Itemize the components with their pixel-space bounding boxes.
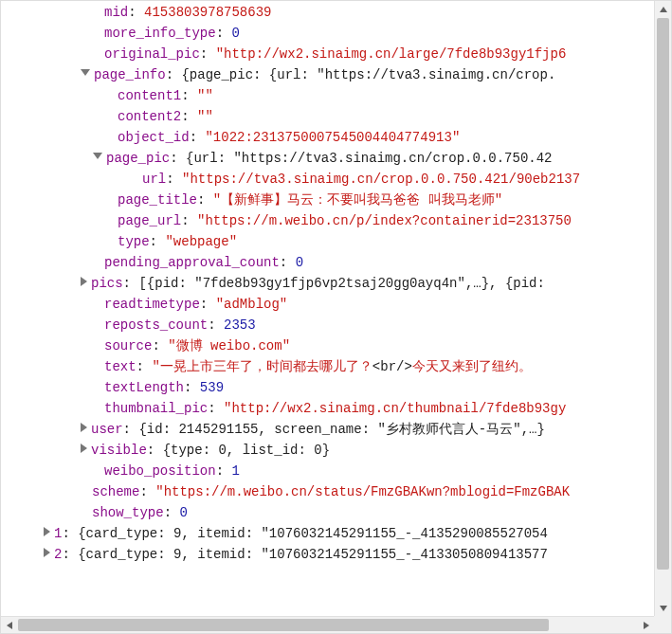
prop-value-post: 今天又来到了纽约。 bbox=[412, 359, 532, 374]
prop-page-title[interactable]: page_title: "【新鲜事】马云：不要叫我马爸爸 叫我马老师" bbox=[1, 190, 654, 210]
scroll-right-button[interactable] bbox=[638, 617, 654, 633]
prop-summary: {type: 0, list_id: 0} bbox=[163, 443, 330, 458]
prop-object-id[interactable]: object_id: "1022:23137500075450044047749… bbox=[1, 127, 654, 148]
prop-weibo-position[interactable]: weibo_position: 1 bbox=[1, 461, 654, 481]
prop-value: "1022:2313750007545004404774913" bbox=[205, 130, 460, 145]
key-label: page_title bbox=[118, 192, 197, 208]
chevron-right-icon[interactable] bbox=[81, 423, 87, 432]
scroll-left-button[interactable] bbox=[1, 617, 17, 633]
json-tree[interactable]: mid: 4153803978758639 more_info_type: 0 … bbox=[1, 1, 654, 616]
key-label: mid bbox=[104, 5, 128, 20]
horizontal-scroll-thumb[interactable] bbox=[18, 619, 549, 631]
key-label: thumbnail_pic bbox=[104, 401, 208, 416]
html-tag: <br/> bbox=[372, 359, 412, 374]
prop-value: "adMblog" bbox=[216, 297, 288, 312]
prop-summary: {id: 2145291155, screen_name: "乡村教师代言人-马… bbox=[138, 422, 544, 437]
key-label: show_type bbox=[92, 505, 164, 520]
prop-summary: {url: "https://tva3.sinaimg.cn/crop.0.0.… bbox=[186, 151, 552, 166]
devtools-panel: mid: 4153803978758639 more_info_type: 0 … bbox=[0, 0, 672, 634]
key-label: source bbox=[104, 338, 152, 353]
prop-page-url[interactable]: page_url: "https://m.weibo.cn/p/index?co… bbox=[1, 210, 654, 231]
key-label: pending_approval_count bbox=[104, 255, 280, 270]
prop-mid[interactable]: mid: 4153803978758639 bbox=[1, 2, 654, 23]
prop-pics[interactable]: pics: [{pid: "7fde8b93gy1fjp6vp2tsaj20gg… bbox=[1, 273, 654, 294]
prop-original-pic[interactable]: original_pic: "http://wx2.sinaimg.cn/lar… bbox=[1, 44, 654, 64]
vertical-scrollbar[interactable] bbox=[654, 1, 671, 616]
key-label: content1 bbox=[118, 88, 181, 103]
chevron-right-icon[interactable] bbox=[44, 527, 50, 536]
prop-value: "微博 weibo.com" bbox=[168, 338, 290, 353]
key-label: scheme bbox=[92, 484, 139, 499]
prop-value: "webpage" bbox=[165, 234, 237, 249]
chevron-down-icon[interactable] bbox=[81, 69, 90, 76]
prop-readtimetype[interactable]: readtimetype: "adMblog" bbox=[1, 294, 654, 315]
prop-show-type[interactable]: show_type: 0 bbox=[1, 502, 654, 523]
prop-summary: {page_pic: {url: "https://tva3.sinaimg.c… bbox=[181, 67, 555, 82]
prop-visible[interactable]: visible: {type: 0, list_id: 0} bbox=[1, 440, 654, 461]
key-label: visible bbox=[91, 443, 147, 458]
prop-source[interactable]: source: "微博 weibo.com" bbox=[1, 335, 654, 356]
key-label: text bbox=[104, 359, 136, 374]
prop-url[interactable]: url: "https://tva3.sinaimg.cn/crop.0.0.7… bbox=[1, 169, 654, 190]
prop-value: "https://tva3.sinaimg.cn/crop.0.0.750.42… bbox=[182, 172, 580, 187]
prop-text-length[interactable]: textLength: 539 bbox=[1, 377, 654, 398]
prop-thumbnail-pic[interactable]: thumbnail_pic: "http://wx2.sinaimg.cn/th… bbox=[1, 398, 654, 419]
prop-value: 539 bbox=[200, 380, 224, 395]
prop-value: "http://wx2.sinaimg.cn/large/7fde8b93gy1… bbox=[216, 46, 567, 62]
chevron-down-icon[interactable] bbox=[93, 153, 102, 159]
key-label: type bbox=[118, 234, 150, 249]
chevron-right-icon[interactable] bbox=[81, 277, 87, 286]
scroll-up-button[interactable] bbox=[655, 1, 671, 17]
prop-value: "" bbox=[197, 109, 213, 124]
scrollbar-corner bbox=[654, 616, 671, 633]
prop-value: "http://wx2.sinaimg.cn/thumbnail/7fde8b9… bbox=[224, 401, 566, 416]
key-label: page_pic bbox=[106, 151, 170, 166]
key-label: page_url bbox=[118, 213, 181, 228]
key-label: pics bbox=[91, 276, 123, 291]
prop-scheme[interactable]: scheme: "https://m.weibo.cn/status/FmzGB… bbox=[1, 481, 654, 502]
chevron-right-icon[interactable] bbox=[44, 548, 50, 557]
prop-value: 0 bbox=[296, 255, 303, 270]
prop-value: 0 bbox=[231, 26, 239, 41]
key-label: textLength bbox=[104, 380, 184, 395]
prop-value: 0 bbox=[179, 505, 187, 520]
arrow-right-icon bbox=[644, 622, 649, 629]
prop-reposts-count[interactable]: reposts_count: 2353 bbox=[1, 315, 654, 335]
key-label: original_pic bbox=[104, 46, 200, 62]
prop-content2[interactable]: content2: "" bbox=[1, 106, 654, 127]
key-label: weibo_position bbox=[104, 463, 216, 479]
prop-content1[interactable]: content1: "" bbox=[1, 85, 654, 106]
prop-type[interactable]: type: "webpage" bbox=[1, 231, 654, 252]
key-label: content2 bbox=[118, 109, 181, 124]
array-item-2[interactable]: 2: {card_type: 9, itemid: "1076032145291… bbox=[1, 544, 654, 565]
key-label: more_info_type bbox=[104, 26, 216, 41]
prop-summary: [{pid: "7fde8b93gy1fjp6vp2tsaj20gg0ayq4n… bbox=[138, 276, 544, 291]
prop-pending-approval-count[interactable]: pending_approval_count: 0 bbox=[1, 252, 654, 273]
prop-value: "" bbox=[197, 88, 213, 103]
key-label: page_info bbox=[94, 67, 166, 82]
prop-more-info-type[interactable]: more_info_type: 0 bbox=[1, 23, 654, 44]
prop-value: 4153803978758639 bbox=[144, 5, 271, 20]
prop-user[interactable]: user: {id: 2145291155, screen_name: "乡村教… bbox=[1, 419, 654, 440]
array-item-1[interactable]: 1: {card_type: 9, itemid: "1076032145291… bbox=[1, 523, 654, 544]
scroll-down-button[interactable] bbox=[655, 600, 671, 616]
prop-page-info[interactable]: page_info: {page_pic: {url: "https://tva… bbox=[1, 64, 654, 85]
key-label: reposts_count bbox=[104, 317, 208, 333]
prop-page-pic[interactable]: page_pic: {url: "https://tva3.sinaimg.cn… bbox=[1, 148, 654, 169]
key-label: object_id bbox=[118, 130, 190, 145]
arrow-down-icon bbox=[660, 606, 667, 611]
arrow-up-icon bbox=[660, 7, 667, 12]
arrow-left-icon bbox=[7, 622, 12, 629]
prop-text[interactable]: text: "一晃上市三年了，时间都去哪儿了？<br/>今天又来到了纽约。 bbox=[1, 356, 654, 377]
prop-value: 2353 bbox=[224, 317, 256, 333]
horizontal-scrollbar[interactable] bbox=[1, 616, 671, 633]
prop-value: "https://m.weibo.cn/status/FmzGBAKwn?mbl… bbox=[155, 484, 570, 499]
prop-value: "【新鲜事】马云：不要叫我马爸爸 叫我马老师" bbox=[213, 192, 502, 208]
vertical-scroll-thumb[interactable] bbox=[657, 18, 669, 570]
chevron-right-icon[interactable] bbox=[81, 444, 87, 453]
prop-summary: {card_type: 9, itemid: "1076032145291155… bbox=[78, 526, 548, 541]
prop-value-pre: "一晃上市三年了，时间都去哪儿了？ bbox=[152, 359, 372, 374]
key-label: readtimetype bbox=[104, 297, 200, 312]
key-label: url bbox=[142, 172, 166, 187]
prop-value: "https://m.weibo.cn/p/index?containerid=… bbox=[197, 213, 572, 228]
